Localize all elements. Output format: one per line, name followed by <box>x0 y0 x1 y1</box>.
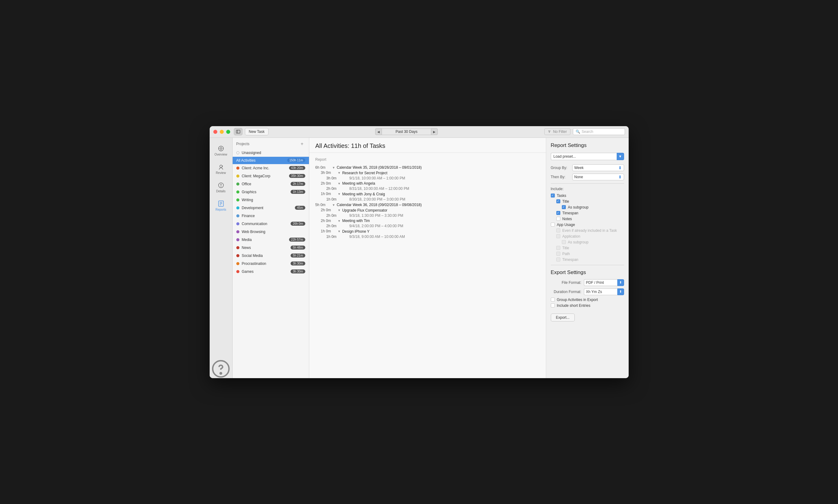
group-by-arrow-icon: ⬍ <box>618 165 622 170</box>
entry-content[interactable]: ▼ Calendar Week 35, 2018 (08/26/2018 – 0… <box>332 165 540 169</box>
search-input[interactable]: 🔍 Search <box>573 128 625 135</box>
entry-content[interactable]: ▼ Upgrade Flux Compensator <box>338 208 540 213</box>
duration-format-select[interactable]: Xh Ym Zs <box>584 288 617 295</box>
collapse-icon[interactable]: ▼ <box>332 203 335 207</box>
project-row[interactable]: Client: Acme Inc. 43h 20m <box>233 164 309 172</box>
application-row: Application <box>551 234 624 238</box>
file-format-arrow-button[interactable]: ⬍ <box>617 279 624 286</box>
all-activities-item[interactable]: All Activities 150h 11m <box>233 157 309 164</box>
project-name: Media <box>242 238 289 242</box>
collapse-icon[interactable]: ▼ <box>338 171 341 175</box>
project-row[interactable]: Development 45m <box>233 204 309 212</box>
notes-checkbox[interactable] <box>556 217 560 221</box>
collapse-icon[interactable]: ▼ <box>338 209 341 212</box>
project-row[interactable]: Writing <box>233 196 309 204</box>
report-entry: 2h 0m 9/4/18, 2:00:00 PM – 4:00:00 PM <box>315 224 540 228</box>
entry-content[interactable]: ▼ Meeting with Tim <box>338 219 540 223</box>
divider <box>551 183 624 184</box>
export-button[interactable]: Export... <box>551 313 575 322</box>
tasks-label: Tasks <box>557 194 566 198</box>
project-name: Office <box>242 182 291 186</box>
file-format-value: PDF / Print <box>586 281 604 285</box>
app-timespan-checkbox <box>556 257 560 262</box>
filter-button[interactable]: ⛛ No Filter <box>544 128 570 135</box>
new-task-button[interactable]: New Task <box>245 128 269 135</box>
duration-format-arrow-button[interactable]: ⬍ <box>617 288 624 295</box>
notes-label: Notes <box>562 217 572 221</box>
project-color-dot <box>236 270 239 273</box>
minimize-button[interactable] <box>220 130 224 134</box>
duration-format-row: Duration Format: Xh Ym Zs ⬍ <box>551 288 624 295</box>
projects-label: Projects <box>236 142 250 146</box>
group-activities-checkbox[interactable] <box>551 298 555 302</box>
next-period-button[interactable]: ▶ <box>431 128 438 135</box>
include-app-usage-row: App Usage <box>551 222 624 227</box>
project-color-dot <box>236 182 239 185</box>
include-tasks-row: Tasks <box>551 194 624 198</box>
title-checkbox[interactable] <box>556 199 560 203</box>
app-usage-checkbox[interactable] <box>551 222 555 227</box>
collapse-icon[interactable]: ▼ <box>338 192 341 196</box>
nav-details[interactable]: Details <box>211 179 231 196</box>
load-preset-button[interactable]: Load preset... <box>551 153 617 160</box>
project-name: Communication <box>242 222 291 226</box>
project-color-dot <box>236 166 239 169</box>
nav-overview[interactable]: Overview <box>211 142 231 159</box>
entry-content[interactable]: ▼ Research for Secret Project <box>338 171 540 175</box>
project-row[interactable]: Social Media 5h 21m <box>233 252 309 260</box>
application-checkbox <box>556 234 560 238</box>
project-row[interactable]: Media 22h 57m <box>233 236 309 244</box>
include-timespan-row: Timespan <box>551 211 624 215</box>
main-layout: Overview Review Details <box>210 138 629 378</box>
entry-content[interactable]: ▼ Calendar Week 36, 2018 (09/02/2018 – 0… <box>332 203 540 207</box>
page-title: All Activities: 11h of Tasks <box>309 138 546 153</box>
app-title-row: Title <box>551 246 624 250</box>
project-row[interactable]: Procrastination 3h 30m <box>233 260 309 268</box>
all-activities-badge: 150h 11m <box>287 158 305 162</box>
nav-sidebar: Overview Review Details <box>210 138 233 378</box>
app-subgroup-row: As subgroup <box>551 240 624 244</box>
project-unassigned[interactable]: Unassigned <box>233 149 309 157</box>
unassigned-dot <box>236 151 239 154</box>
file-format-select[interactable]: PDF / Print <box>584 279 617 286</box>
add-project-button[interactable]: + <box>299 141 305 147</box>
then-by-select[interactable]: None ⬍ <box>572 174 624 180</box>
help-button[interactable] <box>211 363 231 375</box>
close-button[interactable] <box>213 130 217 134</box>
entry-content[interactable]: ▼ Meeting with Jony & Craig <box>338 192 540 196</box>
nav-reports[interactable]: Reports <box>211 198 231 214</box>
as-subgroup-checkbox[interactable] <box>562 205 566 209</box>
project-row[interactable]: Web Browsing <box>233 228 309 236</box>
report-entry: 1h 0m ▼ Design iPhone Y <box>315 229 540 234</box>
even-if-label: Even if already included in a Task <box>562 229 617 233</box>
entry-content[interactable]: ▼ Meeting with Angela <box>338 181 540 185</box>
prev-period-button[interactable]: ◀ <box>375 128 382 135</box>
sidebar-toggle-button[interactable] <box>234 128 242 135</box>
timespan-checkbox[interactable] <box>556 211 560 215</box>
tasks-checkbox[interactable] <box>551 194 555 198</box>
collapse-icon[interactable]: ▼ <box>338 182 341 185</box>
collapse-icon[interactable]: ▼ <box>332 166 335 169</box>
entry-time: 1h 0m <box>326 197 343 201</box>
project-row[interactable]: News 5h 48m <box>233 244 309 252</box>
report-area: Report 6h 0m ▼ Calendar Week 35, 2018 (0… <box>309 153 546 378</box>
load-preset-arrow-button[interactable]: ▼ <box>617 153 624 160</box>
maximize-button[interactable] <box>226 130 230 134</box>
project-row[interactable]: Finance <box>233 212 309 220</box>
collapse-icon[interactable]: ▼ <box>338 230 341 233</box>
project-name: Writing <box>242 198 305 202</box>
project-row[interactable]: Office 2h 17m <box>233 180 309 188</box>
project-row[interactable]: Games 3h 30m <box>233 268 309 275</box>
entry-content: 9/3/18, 1:30:00 PM – 3:30:00 PM <box>343 213 540 218</box>
include-short-checkbox[interactable] <box>551 303 555 307</box>
entry-content[interactable]: ▼ Design iPhone Y <box>338 229 540 234</box>
project-row[interactable]: Client: MegaCorp 35h 30m <box>233 172 309 180</box>
include-as-subgroup-row: As subgroup <box>551 205 624 210</box>
date-navigation: ◀ Past 30 Days ▶ <box>269 128 544 135</box>
project-row[interactable]: Communication 26h 0m <box>233 220 309 228</box>
group-by-select[interactable]: Week ⬍ <box>572 164 624 171</box>
collapse-icon[interactable]: ▼ <box>338 219 341 222</box>
report-entry: 3h 0m ▼ Research for Secret Project <box>315 170 540 175</box>
project-row[interactable]: Graphics 1h 13m <box>233 188 309 196</box>
nav-review[interactable]: Review <box>211 161 231 178</box>
